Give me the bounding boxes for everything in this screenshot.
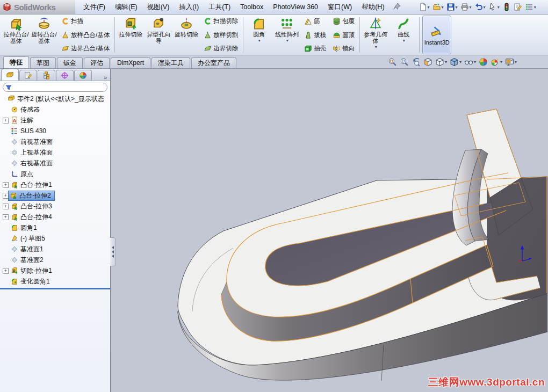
tree-item-3[interactable]: 前视基准面 xyxy=(0,136,110,147)
ribbon-extrude-boss-button[interactable]: 拉伸凸台/基体 xyxy=(2,16,30,54)
ribbon-hole-wizard-button[interactable]: 异型孔向导 xyxy=(145,16,172,54)
ribbon-reference-geometry-button[interactable]: 参考几何体▾ xyxy=(362,16,390,54)
camera-button[interactable]: ▾ xyxy=(505,57,517,67)
dropdown-arrow-icon[interactable]: ▾ xyxy=(445,60,447,64)
ribbon-sweep-cut-button[interactable]: 扫描切除 xyxy=(203,17,239,25)
tree-item-4[interactable]: 上视基准面 xyxy=(0,147,110,158)
ribbon-dome-button[interactable]: 圆顶 xyxy=(331,31,356,39)
dropdown-arrow-icon[interactable]: ▾ xyxy=(534,5,536,10)
tree-item-5[interactable]: 右视基准面 xyxy=(0,158,110,169)
menu-item-0[interactable]: 文件(F) xyxy=(78,0,110,14)
menu-item-8[interactable]: 帮助(H) xyxy=(357,0,389,14)
ribbon-draft-button[interactable]: 拔模 xyxy=(303,31,327,39)
file-properties-button[interactable] xyxy=(513,2,523,12)
dropdown-arrow-icon[interactable]: ▾ xyxy=(428,5,430,10)
tree-item-1[interactable]: +A注解 xyxy=(0,115,110,126)
menu-item-4[interactable]: 工具(T) xyxy=(204,0,235,14)
view-settings-button[interactable]: ▾ xyxy=(491,57,502,67)
menu-item-3[interactable]: 插入(I) xyxy=(174,0,204,14)
tab-2[interactable]: 钣金 xyxy=(57,57,83,68)
selected-tree-item[interactable]: 凸台-拉伸2 xyxy=(9,191,54,200)
propertymanager-tab-button[interactable] xyxy=(19,70,37,81)
dropdown-arrow-icon[interactable]: ▾ xyxy=(474,60,476,64)
dropdown-arrow-icon[interactable]: ▾ xyxy=(442,5,444,10)
dimxpertmanager-tab-button[interactable] xyxy=(56,70,74,81)
tree-item-10[interactable]: +凸台-拉伸4 xyxy=(0,212,110,222)
3d-model-canvas[interactable] xyxy=(111,69,547,392)
ribbon-loft-cut-button[interactable]: 放样切割 xyxy=(203,31,239,39)
ribbon-instant3d-toggle[interactable]: Instant3D xyxy=(422,16,451,54)
zoom-fit-button[interactable] xyxy=(388,57,397,67)
expand-toggle[interactable]: + xyxy=(3,118,9,124)
ribbon-boundary-cut-button[interactable]: 边界切除 xyxy=(203,45,239,53)
dropdown-arrow-icon[interactable]: ▾ xyxy=(456,5,458,10)
tree-item-8[interactable]: +凸台-拉伸2 xyxy=(0,190,110,201)
tree-item-12[interactable]: (-) 草图5 xyxy=(0,233,110,244)
ribbon-shell-button[interactable]: 抽壳 xyxy=(303,45,327,53)
hide-show-items-button[interactable]: ▾ xyxy=(464,57,476,67)
tree-root-item[interactable]: 零件2 (默认<<默认>_显示状态 xyxy=(0,93,110,104)
save-button[interactable]: ▾ xyxy=(445,2,459,12)
graphics-viewport[interactable]: 三维网www.3dportal.cn xyxy=(111,69,548,392)
tree-item-15[interactable]: +切除-拉伸1 xyxy=(0,265,110,276)
dropdown-arrow-icon[interactable]: ▾ xyxy=(515,60,517,64)
dropdown-arrow-icon[interactable]: ▾ xyxy=(500,60,502,64)
expand-toggle[interactable]: + xyxy=(3,182,9,188)
tree-item-0[interactable]: 传感器 xyxy=(0,104,110,115)
pin-icon[interactable] xyxy=(392,3,402,12)
expand-toggle[interactable]: + xyxy=(3,214,9,220)
view-orientation-button[interactable]: ▾ xyxy=(435,57,447,67)
ribbon-linear-pattern-button[interactable]: 线性阵列▾ xyxy=(273,16,301,54)
menu-item-6[interactable]: PhotoView 360 xyxy=(268,0,323,14)
panel-tabs-overflow-button[interactable]: » xyxy=(104,74,107,81)
apply-scene-button[interactable] xyxy=(479,57,488,67)
ribbon-sweep-button[interactable]: 扫描 xyxy=(60,17,111,25)
dropdown-arrow-icon[interactable]: ▾ xyxy=(497,5,500,10)
expand-toggle[interactable]: + xyxy=(3,204,9,209)
ribbon-wrap-button[interactable]: 包覆 xyxy=(331,17,356,25)
tree-item-9[interactable]: +凸台-拉伸3 xyxy=(0,201,110,212)
expand-toggle[interactable]: + xyxy=(3,193,9,199)
dropdown-arrow-icon[interactable]: ▾ xyxy=(286,38,289,44)
open-button[interactable]: ▾ xyxy=(431,2,445,12)
dropdown-arrow-icon[interactable]: ▾ xyxy=(459,60,462,64)
undo-button[interactable]: ▾ xyxy=(473,2,487,12)
expand-toggle[interactable]: + xyxy=(3,268,9,274)
rollback-bar[interactable] xyxy=(0,288,110,289)
zoom-area-button[interactable] xyxy=(400,57,409,67)
tree-filter-input[interactable] xyxy=(3,83,107,92)
tab-1[interactable]: 草图 xyxy=(30,57,56,68)
tab-6[interactable]: 办公室产品 xyxy=(191,57,236,68)
dropdown-arrow-icon[interactable]: ▾ xyxy=(258,38,261,44)
tree-item-2[interactable]: SUS 430 xyxy=(0,126,110,136)
print-button[interactable]: ▾ xyxy=(459,2,473,12)
tree-item-13[interactable]: 基准面1 xyxy=(0,244,110,255)
ribbon-loft-button[interactable]: 放样凸台/基体 xyxy=(60,31,111,39)
displaymanager-tab-button[interactable] xyxy=(74,70,92,81)
panel-splitter[interactable] xyxy=(110,237,116,266)
menu-item-5[interactable]: Toolbox xyxy=(235,0,268,14)
ribbon-rib-button[interactable]: 筋 xyxy=(303,17,327,25)
ribbon-extrude-cut-button[interactable]: 拉伸切除 xyxy=(117,16,145,54)
dropdown-arrow-icon[interactable]: ▾ xyxy=(375,44,377,50)
select-button[interactable]: ▾ xyxy=(487,2,501,12)
ribbon-boundary-boss-button[interactable]: 边界凸台/基体 xyxy=(60,45,111,53)
menu-item-7[interactable]: 窗口(W) xyxy=(323,0,357,14)
menu-item-1[interactable]: 编辑(E) xyxy=(110,0,142,14)
menu-item-2[interactable]: 视图(V) xyxy=(142,0,175,14)
dropdown-arrow-icon[interactable]: ▾ xyxy=(484,5,486,10)
tree-item-7[interactable]: +凸台-拉伸1 xyxy=(0,179,110,190)
ribbon-revolve-boss-button[interactable]: 旋转凸台/基体 xyxy=(30,16,58,54)
dropdown-arrow-icon[interactable]: ▾ xyxy=(470,5,472,10)
ribbon-curves-button[interactable]: 曲线▾ xyxy=(390,16,417,54)
options-button[interactable]: ▾ xyxy=(524,2,537,12)
ribbon-fillet-button[interactable]: 圆角▾ xyxy=(245,16,273,54)
tree-item-16[interactable]: 变化圆角1 xyxy=(0,276,110,287)
rebuild-button[interactable] xyxy=(501,2,512,12)
new-document-button[interactable]: ▾ xyxy=(417,2,431,12)
display-style-button[interactable]: ▾ xyxy=(450,57,462,67)
previous-view-button[interactable] xyxy=(412,57,421,67)
tab-4[interactable]: DimXpert xyxy=(111,57,150,68)
dropdown-arrow-icon[interactable]: ▾ xyxy=(403,38,405,44)
tree-item-6[interactable]: 原点 xyxy=(0,169,110,179)
